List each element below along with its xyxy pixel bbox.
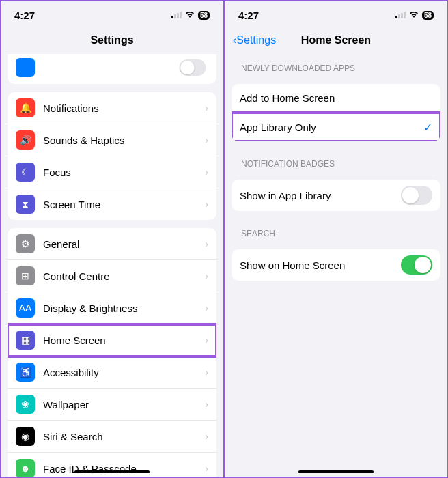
- row-label: Focus: [43, 167, 205, 178]
- chevron-right-icon: ›: [205, 303, 208, 313]
- notifications-icon: 🔔: [16, 98, 35, 117]
- badges-group: Show in App Library: [232, 180, 440, 211]
- home-screen-content[interactable]: Newly Downloaded Apps Add to Home Screen…: [225, 54, 447, 477]
- chevron-right-icon: ›: [205, 135, 208, 145]
- settings-row-display-brightness[interactable]: AADisplay & Brightness›: [8, 292, 216, 324]
- accessibility-icon: ♿: [16, 363, 35, 382]
- section-header-search: Search: [225, 219, 447, 241]
- row-label: Accessibility: [43, 367, 205, 378]
- option-label: Add to Home Screen: [240, 92, 432, 104]
- settings-row-siri-search[interactable]: ◉Siri & Search›: [8, 421, 216, 453]
- option-app-library-only[interactable]: App Library Only✓: [232, 113, 440, 141]
- nav-bar: ‹ Settings Home Screen: [225, 27, 447, 54]
- nav-bar: Settings: [1, 27, 223, 54]
- option-add-to-home-screen[interactable]: Add to Home Screen: [232, 84, 440, 113]
- status-icons: 58: [395, 9, 434, 21]
- row-label: Control Centre: [43, 270, 205, 282]
- battery-icon: 58: [198, 11, 210, 20]
- option-label: Show on Home Screen: [240, 259, 401, 271]
- focus-icon: ☾: [16, 163, 35, 182]
- general-icon: ⚙: [16, 234, 35, 253]
- settings-row-sounds-haptics[interactable]: 🔊Sounds & Haptics›: [8, 124, 216, 156]
- row-label: Siri & Search: [43, 431, 205, 442]
- settings-group-1: 🔔Notifications›🔊Sounds & Haptics›☾Focus›…: [8, 92, 216, 220]
- settings-row-faceid-passcode[interactable]: ☻Face ID & Passcode›: [8, 453, 216, 477]
- wifi-icon: [184, 9, 195, 21]
- settings-row-screen-time[interactable]: ⧗Screen Time›: [8, 188, 216, 220]
- status-bar: 4:27 58: [225, 1, 447, 27]
- settings-row-general[interactable]: ⚙General›: [8, 228, 216, 260]
- siri-search-icon: ◉: [16, 427, 35, 446]
- row-label: Wallpaper: [43, 399, 205, 410]
- status-time: 4:27: [238, 10, 259, 21]
- status-time: 4:27: [14, 10, 35, 21]
- chevron-right-icon: ›: [205, 167, 208, 178]
- toggle-icon: [179, 59, 206, 76]
- toggle-switch[interactable]: [401, 255, 432, 275]
- chevron-right-icon: ›: [205, 367, 208, 378]
- chevron-right-icon: ›: [205, 431, 208, 442]
- settings-row-accessibility[interactable]: ♿Accessibility›: [8, 356, 216, 389]
- settings-screen: 4:27 58 Settings 🔔Notifications›🔊Sounds …: [0, 0, 224, 478]
- partial-row[interactable]: [8, 54, 216, 84]
- home-indicator[interactable]: [298, 470, 374, 473]
- option-show-on-home-screen[interactable]: Show on Home Screen: [232, 249, 440, 281]
- settings-row-notifications[interactable]: 🔔Notifications›: [8, 92, 216, 124]
- chevron-right-icon: ›: [205, 199, 208, 210]
- row-label: Sounds & Haptics: [43, 135, 205, 146]
- home-indicator[interactable]: [74, 470, 150, 473]
- signal-icon: [395, 12, 406, 18]
- row-label: Notifications: [43, 102, 205, 114]
- chevron-right-icon: ›: [205, 102, 208, 113]
- battery-icon: 58: [422, 11, 434, 20]
- option-show-in-app-library[interactable]: Show in App Library: [232, 180, 440, 211]
- chevron-right-icon: ›: [205, 335, 208, 346]
- option-label: App Library Only: [240, 122, 423, 133]
- settings-group-2: ⚙General›⊞Control Centre›AADisplay & Bri…: [8, 228, 216, 477]
- settings-row-home-screen[interactable]: ▦Home Screen›: [8, 324, 216, 356]
- back-button[interactable]: ‹ Settings: [233, 34, 276, 46]
- settings-content[interactable]: 🔔Notifications›🔊Sounds & Haptics›☾Focus›…: [1, 54, 223, 477]
- chevron-right-icon: ›: [205, 463, 208, 474]
- home-screen-settings: 4:27 58 ‹ Settings Home Screen Newly Dow…: [224, 0, 448, 478]
- option-label: Show in App Library: [240, 190, 401, 201]
- check-icon: ✓: [423, 121, 432, 134]
- section-header-badges: Notification Badges: [225, 150, 447, 171]
- sounds-haptics-icon: 🔊: [16, 130, 35, 150]
- control-centre-icon: ⊞: [16, 266, 35, 285]
- settings-row-focus[interactable]: ☾Focus›: [8, 156, 216, 188]
- wallpaper-icon: ❀: [16, 395, 35, 414]
- section-header-newly: Newly Downloaded Apps: [225, 54, 447, 76]
- signal-icon: [171, 12, 182, 18]
- chevron-right-icon: ›: [205, 238, 208, 249]
- row-label: Display & Brightness: [43, 303, 205, 314]
- row-label: Home Screen: [43, 335, 205, 346]
- screen-time-icon: ⧗: [16, 195, 35, 214]
- display-brightness-icon: AA: [16, 298, 35, 318]
- settings-row-wallpaper[interactable]: ❀Wallpaper›: [8, 389, 216, 421]
- status-bar: 4:27 58: [1, 1, 223, 27]
- back-label: Settings: [236, 34, 276, 46]
- row-label: General: [43, 238, 205, 250]
- settings-row-control-centre[interactable]: ⊞Control Centre›: [8, 260, 216, 292]
- page-title: Settings: [1, 34, 223, 46]
- newly-downloaded-group: Add to Home ScreenApp Library Only✓: [232, 84, 440, 141]
- faceid-passcode-icon: ☻: [16, 459, 35, 477]
- row-label: Screen Time: [43, 199, 205, 210]
- chevron-right-icon: ›: [205, 399, 208, 410]
- search-group: Show on Home Screen: [232, 249, 440, 281]
- partial-icon: [16, 58, 35, 77]
- status-icons: 58: [171, 9, 210, 21]
- toggle-switch[interactable]: [401, 186, 432, 205]
- chevron-right-icon: ›: [205, 270, 208, 281]
- home-screen-icon: ▦: [16, 331, 35, 350]
- wifi-icon: [408, 9, 419, 21]
